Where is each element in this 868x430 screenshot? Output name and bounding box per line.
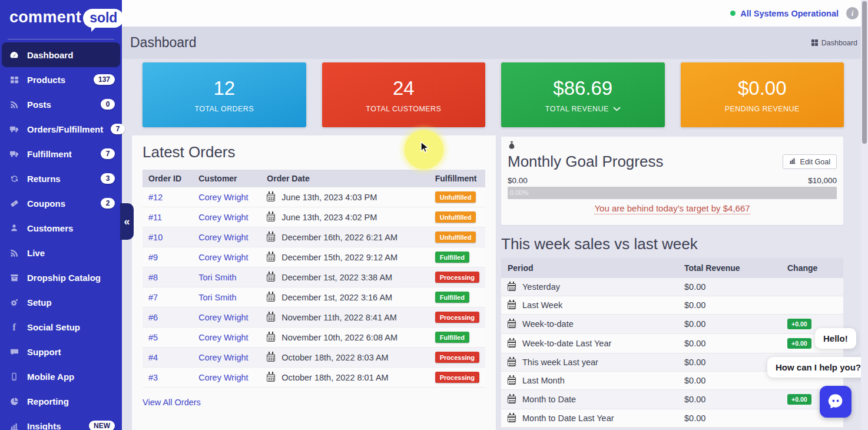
commentsold-logo[interactable]: commentsold <box>0 0 122 34</box>
sidebar-item-dashboard[interactable]: Dashboard <box>2 42 120 67</box>
sidebar-item-dropship-catalog[interactable]: Dropship Catalog <box>0 265 122 290</box>
customer-link[interactable]: Corey Wright <box>198 373 248 382</box>
status-badge: Processing <box>435 312 479 323</box>
total-revenue-card[interactable]: $86.69 TOTAL REVENUE <box>501 62 665 127</box>
chevron-down-icon <box>613 105 621 113</box>
order-date: November 10th, 2022 6:08 AM <box>281 333 397 342</box>
order-id-link[interactable]: #6 <box>148 313 158 322</box>
sidebar-item-returns[interactable]: Returns 3 <box>0 166 122 191</box>
chat-launcher-button[interactable] <box>820 386 852 418</box>
breadcrumb-label: Dashboard <box>821 39 857 47</box>
sidebar-item-fulfillment[interactable]: Fulfillment 7 <box>0 141 122 166</box>
order-id-link[interactable]: #4 <box>148 353 158 362</box>
order-date: December 1st, 2022 3:38 AM <box>281 273 392 282</box>
count-badge: 7 <box>101 148 115 159</box>
sidebar-item-label: Dropship Catalog <box>27 273 101 283</box>
column-header: Order ID <box>143 170 193 187</box>
chevron-double-left-icon: « <box>124 216 130 228</box>
info-icon[interactable]: i <box>846 7 859 19</box>
rss-icon <box>9 100 19 109</box>
table-row: Month to Date $0.00 +0.00 <box>501 390 843 409</box>
truck-icon <box>9 124 19 134</box>
sidebar-item-social-setup[interactable]: f Social Setup <box>0 315 122 339</box>
sidebar-item-orders-fulfillment[interactable]: Orders/Fulfillment 7 <box>0 117 122 141</box>
sidebar-item-label: Orders/Fulfillment <box>27 124 103 134</box>
sidebar-item-products[interactable]: Products 137 <box>0 67 122 92</box>
sidebar-item-insights[interactable]: Insights NEW <box>0 414 122 430</box>
sidebar-item-mobile-app[interactable]: Mobile App <box>0 364 122 389</box>
scrollbar-thumb[interactable] <box>862 1 867 144</box>
sidebar-item-customers[interactable]: Customers <box>0 216 122 240</box>
revenue-value: $0.00 <box>678 390 781 409</box>
edit-goal-button[interactable]: Edit Goal <box>783 154 837 169</box>
order-id-link[interactable]: #3 <box>148 373 158 382</box>
system-status-link[interactable]: All Systems Operational <box>730 9 839 18</box>
sidebar-item-reporting[interactable]: Reporting <box>0 389 122 414</box>
table-row: #4 Corey Wright October 18th, 2022 8:03 … <box>143 348 485 368</box>
facebook-icon: f <box>9 322 19 332</box>
sidebar-item-label: Live <box>27 248 45 258</box>
total-customers-card: 24 TOTAL CUSTOMERS <box>322 62 486 127</box>
table-row: #6 Corey Wright November 11th, 2022 8:41… <box>143 307 485 328</box>
order-id-link[interactable]: #7 <box>148 293 158 302</box>
sidebar-collapse-button[interactable]: « <box>120 203 134 240</box>
logo-text-sold: sold <box>83 9 124 28</box>
status-badge: Processing <box>435 372 479 383</box>
order-id-link[interactable]: #11 <box>148 213 162 222</box>
sidebar-item-posts[interactable]: Posts 0 <box>0 92 122 117</box>
customer-link[interactable]: Corey Wright <box>198 233 248 242</box>
calendar-icon <box>508 340 516 348</box>
order-date: October 18th, 2022 8:01 AM <box>281 373 388 382</box>
page-title: Dashboard <box>130 35 197 51</box>
customer-link[interactable]: Corey Wright <box>198 253 248 262</box>
customer-link[interactable]: Corey Wright <box>198 353 248 362</box>
calendar-icon <box>508 415 516 422</box>
customer-link[interactable]: Tori Smith <box>198 273 236 282</box>
order-date: November 11th, 2022 8:41 AM <box>281 313 397 322</box>
order-date: October 18th, 2022 8:03 AM <box>281 353 388 362</box>
box-icon <box>9 273 19 282</box>
order-id-link[interactable]: #9 <box>148 253 158 262</box>
order-date: December 15th, 2022 9:12 AM <box>281 253 397 262</box>
order-id-link[interactable]: #10 <box>148 233 163 242</box>
customer-link[interactable]: Tori Smith <box>198 293 236 302</box>
goal-warning-text: You are behind today's target by $4,667 <box>508 203 837 213</box>
customer-link[interactable]: Corey Wright <box>198 193 248 202</box>
stat-value: $86.69 <box>553 77 612 100</box>
order-date: June 13th, 2023 4:02 PM <box>281 213 377 222</box>
customer-link[interactable]: Corey Wright <box>198 333 248 342</box>
status-badge: Processing <box>435 352 479 363</box>
period-label: Yesterday <box>522 282 560 292</box>
customer-link[interactable]: Corey Wright <box>198 213 248 222</box>
scrollbar-track <box>861 0 868 430</box>
coupon-icon <box>9 199 19 208</box>
customer-link[interactable]: Corey Wright <box>198 313 248 322</box>
breadcrumb[interactable]: Dashboard <box>811 39 857 47</box>
sidebar-item-support[interactable]: Support <box>0 339 122 364</box>
table-row: #11 Corey Wright June 13th, 2023 4:02 PM… <box>143 207 485 227</box>
order-id-link[interactable]: #12 <box>148 193 163 202</box>
period-label: Month to Date Last Year <box>522 414 614 423</box>
system-status-text: All Systems Operational <box>740 9 839 18</box>
sidebar-divider <box>8 39 114 39</box>
column-header: Order Date <box>261 170 422 187</box>
sidebar-item-setup[interactable]: Setup <box>0 290 122 315</box>
view-all-orders-link[interactable]: View All Orders <box>143 398 201 407</box>
sidebar-item-live[interactable]: Live <box>0 240 122 265</box>
order-id-link[interactable]: #5 <box>148 333 158 342</box>
week-sales-table: Period Total Revenue Change Yesterday $0… <box>501 258 843 428</box>
mouse-cursor-icon <box>420 141 432 157</box>
table-row: #10 Corey Wright December 16th, 2022 6:2… <box>143 227 485 247</box>
column-header: Total Revenue <box>678 258 781 278</box>
calendar-icon <box>508 320 516 328</box>
revenue-value: $0.00 <box>678 296 781 315</box>
sidebar-item-label: Support <box>27 347 61 357</box>
revenue-value: $0.00 <box>678 372 781 390</box>
sidebar-item-label: Mobile App <box>27 372 74 382</box>
sidebar-item-coupons[interactable]: Coupons 2 <box>0 191 122 216</box>
logo-text-comment: comment <box>9 8 81 26</box>
order-id-link[interactable]: #8 <box>148 273 158 282</box>
edit-goal-label: Edit Goal <box>800 158 830 166</box>
calendar-icon <box>508 302 516 309</box>
order-date: December 16th, 2022 6:21 AM <box>281 233 397 242</box>
